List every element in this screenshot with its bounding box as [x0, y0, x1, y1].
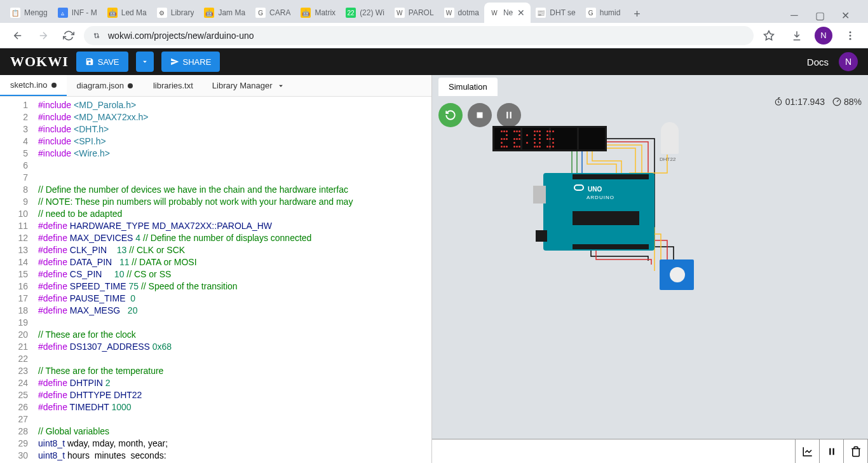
- browser-tab-1[interactable]: ▵INF - M: [53, 3, 102, 23]
- simulation-tab[interactable]: Simulation: [438, 78, 498, 96]
- code-line[interactable]: #include <MD_Parola.h>: [38, 99, 431, 111]
- pause-serial-button[interactable]: [820, 439, 844, 463]
- code-line[interactable]: #define CLK_PIN 13 // CLK or SCK: [38, 244, 431, 256]
- site-info-icon[interactable]: [92, 31, 102, 41]
- library-manager-label: Library Manager: [212, 81, 273, 90]
- code-line[interactable]: #define DS1307_ADDRESS 0x68: [38, 341, 431, 353]
- tab-favicon: 🤖: [301, 8, 311, 18]
- browser-menu-button[interactable]: [840, 25, 860, 46]
- bookmark-button[interactable]: [759, 25, 779, 46]
- modified-dot-icon: [51, 83, 57, 88]
- code-line[interactable]: #define PAUSE_TIME 0: [38, 293, 431, 305]
- maximize-button[interactable]: ▢: [812, 8, 827, 23]
- code-line[interactable]: #define TIMEDHT 1000: [38, 401, 431, 413]
- code-line[interactable]: [38, 353, 431, 365]
- downloads-button[interactable]: [787, 25, 807, 46]
- code-line[interactable]: // These are for the temperature: [38, 365, 431, 377]
- code-line[interactable]: #define DHTPIN 2: [38, 377, 431, 389]
- code-line[interactable]: [38, 160, 431, 172]
- back-button[interactable]: [8, 25, 28, 46]
- arduino-uno[interactable]: UNO ARDUINO: [543, 173, 654, 251]
- sim-time: 01:17.943: [774, 97, 825, 107]
- docs-link[interactable]: Docs: [807, 57, 829, 67]
- code-line[interactable]: #include <SPI.h>: [38, 135, 431, 148]
- code-line[interactable]: #define CS_PIN 10 // CS or SS: [38, 268, 431, 280]
- tab-title: PAROL: [409, 8, 434, 17]
- browser-tab-10[interactable]: WNe✕: [484, 3, 531, 23]
- minimize-button[interactable]: ─: [787, 8, 802, 23]
- new-tab-button[interactable]: +: [628, 5, 646, 23]
- rtc-module[interactable]: [660, 259, 694, 290]
- code-line[interactable]: #include <MD_MAX72xx.h>: [38, 111, 431, 123]
- svg-point-1: [97, 36, 98, 38]
- forward-button[interactable]: [33, 25, 53, 46]
- browser-tab-9[interactable]: Wdotma: [439, 3, 484, 23]
- browser-chrome: 📋Mengg▵INF - M🤖Led Ma⚙Library🤖Jam MaGCAR…: [0, 0, 868, 48]
- gauge-icon: [832, 97, 841, 106]
- browser-tab-3[interactable]: ⚙Library: [152, 3, 200, 23]
- close-tab-button[interactable]: ✕: [517, 8, 526, 17]
- editor-tab-libraries-txt[interactable]: libraries.txt: [143, 75, 203, 96]
- code-line[interactable]: uint8_t hours minutes seconds:: [38, 450, 431, 462]
- tab-favicon: G: [255, 8, 266, 18]
- sim-canvas[interactable]: UNO ARDUINO DHT22: [432, 120, 868, 401]
- code-line[interactable]: #define DHTTYPE DHT22: [38, 389, 431, 401]
- editor-tab-diagram-json[interactable]: diagram.json: [67, 75, 143, 96]
- editor-tab-label: libraries.txt: [153, 81, 193, 90]
- browser-tab-4[interactable]: 🤖Jam Ma: [199, 3, 250, 23]
- browser-tab-0[interactable]: 📋Mengg: [5, 3, 53, 23]
- browser-tab-12[interactable]: Ghumid: [581, 3, 626, 23]
- wokwi-avatar[interactable]: N: [839, 52, 858, 71]
- save-button[interactable]: SAVE: [76, 52, 128, 72]
- tab-strip: 📋Mengg▵INF - M🤖Led Ma⚙Library🤖Jam MaGCAR…: [0, 0, 868, 23]
- wokwi-logo[interactable]: WOKWI: [10, 53, 69, 70]
- browser-tab-7[interactable]: 22(22) Wi: [341, 3, 390, 23]
- code-line[interactable]: // NOTE: These pin numbers will probably…: [38, 196, 431, 208]
- dht22-sensor[interactable]: [661, 122, 679, 154]
- code-line[interactable]: #include <DHT.h>: [38, 123, 431, 135]
- plot-button[interactable]: [796, 439, 820, 463]
- code-line[interactable]: #define MAX_DEVICES 4 // Define the numb…: [38, 232, 431, 244]
- close-window-button[interactable]: ✕: [837, 8, 853, 23]
- share-button[interactable]: SHARE: [161, 52, 220, 72]
- bottom-actions: [795, 439, 868, 463]
- browser-tab-6[interactable]: 🤖Matrix: [295, 3, 341, 23]
- profile-avatar[interactable]: N: [815, 27, 832, 45]
- tab-favicon: W: [489, 8, 499, 18]
- code-line[interactable]: // These are for the clock: [38, 329, 431, 341]
- toolbar-right: N: [759, 25, 860, 46]
- code-line[interactable]: // Define the number of devices we have …: [38, 184, 431, 196]
- svg-rect-9: [829, 448, 831, 455]
- code-line[interactable]: #define HARDWARE_TYPE MD_MAX72XX::PAROLA…: [38, 220, 431, 232]
- code-line[interactable]: [38, 413, 431, 425]
- code-line[interactable]: // need to be adapted: [38, 208, 431, 220]
- reload-button[interactable]: [58, 25, 79, 46]
- code-line[interactable]: #define DATA_PIN 11 // DATA or MOSI: [38, 256, 431, 268]
- editor-tab-sketch-ino[interactable]: sketch.ino: [0, 75, 67, 96]
- code-line[interactable]: #define MAX_MESG 20: [38, 305, 431, 317]
- save-dropdown[interactable]: [136, 52, 154, 72]
- code-line[interactable]: uint8_t wday, mday, month, year;: [38, 438, 431, 450]
- omnibox[interactable]: wokwi.com/projects/new/arduino-uno: [84, 26, 754, 45]
- tab-title: DHT se: [550, 8, 575, 17]
- dht22-label: DHT22: [660, 156, 675, 162]
- library-manager-button[interactable]: Library Manager: [203, 81, 294, 90]
- code-line[interactable]: #define SPEED_TIME 75 // Speed of the tr…: [38, 280, 431, 293]
- browser-tab-5[interactable]: GCARA: [250, 3, 295, 23]
- svg-point-0: [95, 33, 96, 34]
- stopwatch-icon: [774, 97, 783, 106]
- code-line[interactable]: [38, 317, 431, 329]
- code-line[interactable]: // Global variables: [38, 425, 431, 438]
- browser-tab-2[interactable]: 🤖Led Ma: [102, 3, 152, 23]
- browser-tab-11[interactable]: 📰DHT se: [531, 3, 580, 23]
- code-editor[interactable]: 1234567891011121314151617181920212223242…: [0, 97, 431, 463]
- arduino-label: UNO: [588, 186, 602, 193]
- code-content[interactable]: #include <MD_Parola.h>#include <MD_MAX72…: [38, 97, 431, 463]
- browser-tab-8[interactable]: WPAROL: [390, 3, 439, 23]
- code-line[interactable]: [38, 172, 431, 184]
- wires: [432, 120, 868, 401]
- led-matrix[interactable]: [492, 126, 607, 151]
- clear-button[interactable]: [844, 439, 868, 463]
- code-line[interactable]: #include <Wire.h>: [38, 148, 431, 160]
- arduino-brand: ARDUINO: [587, 195, 614, 200]
